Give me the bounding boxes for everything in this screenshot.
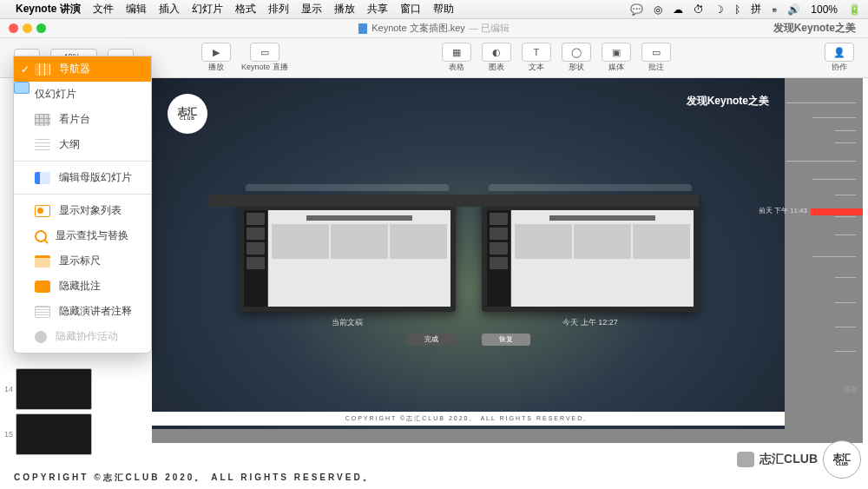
menu-window[interactable]: 窗口 [400,2,421,17]
version-label-date: 今天 上午 12:27 [482,317,699,328]
dnd-icon[interactable]: ☽ [714,3,724,16]
cloud-icon[interactable]: ☁ [673,3,683,16]
restore-button[interactable]: 恢复 [482,334,530,346]
slide-brand-text: 发现Keynote之美 [687,94,769,109]
search-icon [35,230,47,242]
document-title: Keynote 文案插图.key [372,22,465,35]
ruler-icon [35,255,50,268]
menu-view[interactable]: 显示 [301,2,322,17]
thumbnail-14[interactable]: 14 [16,368,92,410]
navigator-icon [35,63,50,76]
minimize-button[interactable] [23,23,32,33]
comment-icon [35,281,50,293]
page-copyright: COPYRIGHT ©志汇CLUB 2020。 ALL RIGHTS RESER… [14,472,374,484]
version-timeline[interactable]: 前天 下午 11:43 现在 [786,78,863,429]
dropdown-edit-master[interactable]: 编辑母版幻灯片 [14,165,151,190]
menu-format[interactable]: 格式 [235,2,256,17]
input-icon[interactable]: 拼 [751,2,761,17]
dropdown-light-table[interactable]: 看片台 [14,107,151,132]
keynote-live-button[interactable]: ▭Keynote 直播 [236,43,293,73]
menu-file[interactable]: 文件 [93,2,114,17]
close-button[interactable] [9,23,18,33]
macos-menubar: Keynote 讲演 文件 编辑 插入 幻灯片 格式 排列 显示 播放 共享 窗… [0,0,868,19]
version-previous: 今天 上午 12:27 恢复 [482,208,699,346]
menu-edit[interactable]: 编辑 [126,2,147,17]
table-button[interactable]: ▦表格 [437,43,477,73]
slide-canvas[interactable]: 志汇CLUB 发现Keynote之美 当前文稿 完成 今天 上午 12:27 恢… [152,78,785,429]
battery-text: 100% [811,3,838,16]
grid-icon [35,114,50,126]
dropdown-separator [14,161,151,162]
dropdown-object-list[interactable]: 显示对象列表 [14,198,151,223]
fullscreen-button[interactable] [36,23,46,33]
dropdown-navigator[interactable]: 导航器 [14,56,151,82]
slide-only-icon [14,82,30,94]
thumbnail-15[interactable]: 15 [16,413,92,455]
menu-help[interactable]: 帮助 [433,2,454,17]
shape-button[interactable]: ◯形状 [556,43,596,73]
watermark-logo: 志汇CLUB [823,440,861,479]
timer-icon[interactable]: ⏱ [694,3,704,16]
dropdown-separator [14,194,151,195]
timeline-marker-label: 前天 下午 11:43 [759,206,807,215]
slide-copyright: COPYRIGHT ©志汇CLUB 2020。 ALL RIGHTS RESER… [152,412,785,426]
notes-icon [35,306,50,318]
menu-slide[interactable]: 幻灯片 [192,2,223,17]
menu-share[interactable]: 共享 [367,2,388,17]
titlebar-brand: 发现Keynote之美 [773,21,856,36]
version-label-current: 当前文稿 [239,317,456,328]
play-button[interactable]: ▶播放 [196,43,236,73]
wifi-icon[interactable]: ⩳ [772,3,777,16]
dropdown-hide-notes[interactable]: 隐藏演讲者注释 [14,299,151,324]
dropdown-outline[interactable]: 大纲 [14,132,151,157]
app-name[interactable]: Keynote 讲演 [16,2,81,17]
menu-play[interactable]: 播放 [334,2,355,17]
chart-button[interactable]: ◐图表 [477,43,516,73]
wechat-watermark-icon [737,452,754,467]
timeline-marker[interactable] [811,208,863,215]
slide-thumbnails: 14 15 [0,365,94,459]
dropdown-find-replace[interactable]: 显示查找与替换 [14,223,151,248]
document-icon [358,23,367,34]
version-current: 当前文稿 完成 [239,208,456,346]
dropdown-show-rulers[interactable]: 显示标尺 [14,248,151,274]
dropdown-hide-comments[interactable]: 隐藏批注 [14,274,151,299]
menu-insert[interactable]: 插入 [159,2,180,17]
volume-icon[interactable]: 🔊 [787,3,800,16]
master-icon [35,172,50,184]
comment-button[interactable]: ▭批注 [636,43,676,73]
wechat-icon[interactable]: 💬 [630,3,643,16]
timeline-now-label: 现在 [844,385,858,394]
watermark: 志汇CLUB 志汇CLUB [737,440,861,479]
slide-logo: 志汇CLUB [168,94,207,134]
version-browser: 当前文稿 完成 今天 上午 12:27 恢复 [239,208,699,346]
dropdown-hide-collab: 隐藏协作活动 [14,324,151,349]
edited-status: — 已编辑 [469,22,510,35]
watermark-text: 志汇CLUB [760,452,818,467]
window-titlebar: Keynote 文案插图.key — 已编辑 发现Keynote之美 [0,19,868,38]
battery-icon[interactable]: 🔋 [848,3,861,16]
outline-icon [35,139,50,151]
view-dropdown-menu: 导航器 仅幻灯片 看片台 大纲 编辑母版幻灯片 显示对象列表 显示查找与替换 显… [13,56,152,354]
text-button[interactable]: T文本 [516,43,556,73]
version-window-current[interactable] [239,195,456,312]
media-button[interactable]: ▣媒体 [596,43,636,73]
dropdown-slide-only[interactable]: 仅幻灯片 [14,82,151,107]
bluetooth-icon[interactable]: ᛒ [734,3,740,16]
collab-icon [35,331,47,343]
canvas-area: 志汇CLUB 发现Keynote之美 当前文稿 完成 今天 上午 12:27 恢… [152,78,863,443]
version-window-previous[interactable] [482,195,699,312]
menu-arrange[interactable]: 排列 [268,2,289,17]
collab-button[interactable]: 👤协作 [819,43,859,73]
objects-icon [35,205,50,217]
done-button[interactable]: 完成 [407,334,456,346]
cc-icon[interactable]: ◎ [654,3,662,16]
